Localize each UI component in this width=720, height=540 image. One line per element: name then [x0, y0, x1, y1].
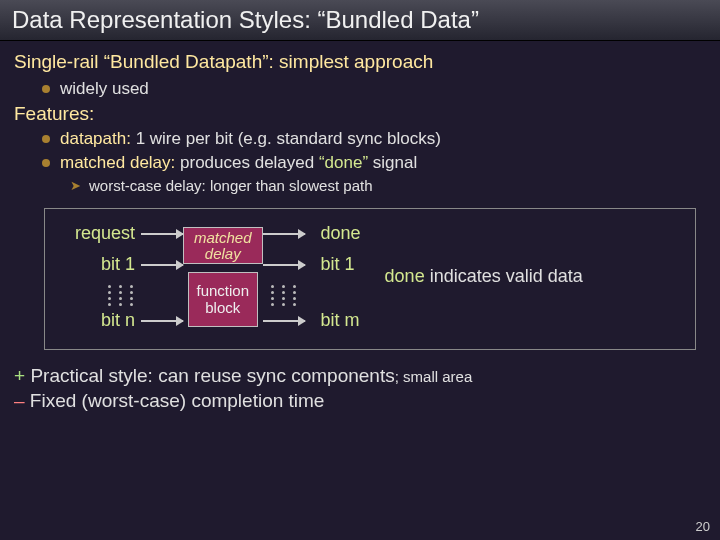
plus-icon: + — [14, 365, 25, 386]
done-word: “done” — [319, 153, 368, 172]
content-area: Single-rail “Bundled Datapath”: simplest… — [0, 41, 720, 350]
arrow-icon — [141, 264, 183, 266]
minus-line: – Fixed (worst-case) completion time — [14, 389, 706, 414]
dots-icon — [119, 285, 122, 306]
sub-bullet-worst-case: ➤ worst-case delay: longer than slowest … — [70, 177, 706, 194]
label-done: done — [321, 223, 361, 244]
minus-icon: – — [14, 390, 25, 411]
label-request: request — [55, 223, 135, 244]
label-bitm: bit m — [321, 310, 360, 331]
dots-icon — [293, 285, 296, 306]
bullet-text: datapath: 1 wire per bit (e.g. standard … — [60, 129, 441, 149]
function-block-box: function block — [188, 272, 259, 327]
arrow-icon: ➤ — [70, 178, 81, 193]
bullet-icon — [42, 85, 50, 93]
arrow-icon — [263, 264, 305, 266]
dots-icon — [130, 285, 133, 306]
bottom-notes: + Practical style: can reuse sync compon… — [14, 364, 706, 413]
side-note: done indicates valid data — [385, 266, 583, 288]
diagram-container: request bit 1 bit n — [44, 208, 696, 350]
plus-line: + Practical style: can reuse sync compon… — [14, 364, 706, 389]
arrow-icon — [263, 320, 305, 322]
bullet-widely: widely used — [42, 79, 706, 99]
arrow-icon — [141, 320, 183, 322]
center-boxes: matched delay function block — [183, 227, 263, 328]
dots-icon — [271, 285, 274, 306]
matched-delay-box: matched delay — [183, 227, 263, 265]
page-number: 20 — [696, 519, 710, 534]
dots-icon — [282, 285, 285, 306]
sub-bullet-text: worst-case delay: longer than slowest pa… — [89, 177, 372, 194]
label-bit1r: bit 1 — [321, 254, 355, 275]
diagram: request bit 1 bit n — [55, 223, 361, 331]
arrow-icon — [141, 233, 183, 235]
label-bit1: bit 1 — [55, 254, 135, 275]
features-heading: Features: — [14, 103, 706, 125]
left-labels: request bit 1 bit n — [55, 223, 183, 331]
keyword: datapath: — [60, 129, 131, 148]
title-bar: Data Representation Styles: “Bundled Dat… — [0, 0, 720, 41]
bullet-datapath: datapath: 1 wire per bit (e.g. standard … — [42, 129, 706, 149]
slide-title: Data Representation Styles: “Bundled Dat… — [12, 6, 708, 34]
bullet-matched-delay: matched delay: produces delayed “done” s… — [42, 153, 706, 173]
done-word: done — [385, 266, 425, 286]
bullet-icon — [42, 135, 50, 143]
bullet-icon — [42, 159, 50, 167]
bullet-text: widely used — [60, 79, 149, 99]
label-bitn: bit n — [55, 310, 135, 331]
subtitle: Single-rail “Bundled Datapath”: simplest… — [14, 51, 706, 73]
dots-icon — [108, 285, 111, 306]
arrow-icon — [263, 233, 305, 235]
keyword: matched delay: — [60, 153, 175, 172]
right-arrows: done bit 1 bit m — [263, 223, 361, 331]
bullet-text: matched delay: produces delayed “done” s… — [60, 153, 417, 173]
